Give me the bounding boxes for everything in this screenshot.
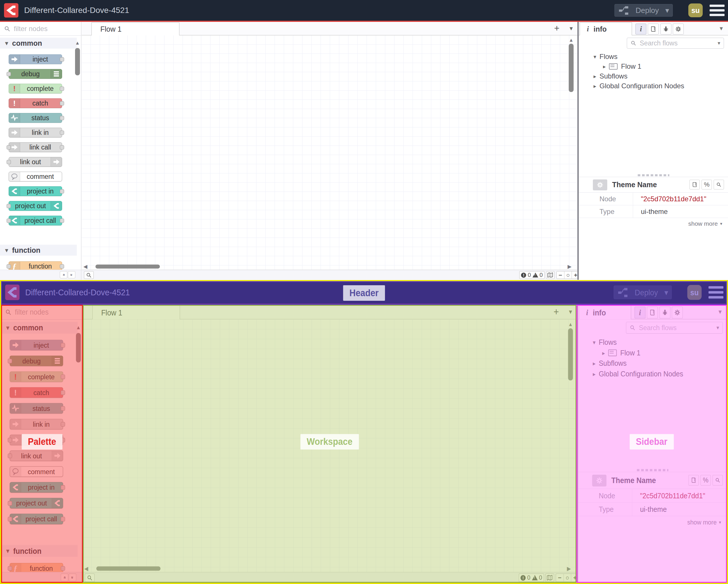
sidebar-config-button[interactable] — [673, 24, 684, 34]
palette-node-debug[interactable]: debug — [9, 69, 62, 79]
palette-node-catch[interactable]: !catch — [9, 98, 62, 108]
collapse-all-button[interactable]: » — [60, 271, 67, 278]
panel-drag-handle[interactable] — [638, 174, 669, 176]
deploy-label: Deploy — [631, 6, 663, 15]
search-icon — [4, 26, 10, 32]
node-label: debug — [10, 69, 51, 78]
tree-item-subflows[interactable]: ▸Subflows — [579, 71, 728, 81]
app-title: Different-Collared-Dove-4521 — [24, 0, 129, 21]
tree-item-flow-1[interactable]: ▸Flow 1 — [579, 61, 728, 71]
node-label: complete — [20, 84, 61, 93]
node-port[interactable] — [60, 86, 64, 91]
info-icon: i — [640, 25, 642, 33]
palette-node-complete[interactable]: !complete — [9, 84, 62, 94]
node-port[interactable] — [60, 219, 64, 223]
tree-item-flows[interactable]: ▾Flows — [579, 52, 728, 61]
palette-node-project-out[interactable]: project out — [9, 201, 62, 211]
node-port[interactable] — [7, 72, 11, 76]
palette-filter-input[interactable] — [13, 24, 60, 33]
scrollbar-thumb[interactable] — [569, 44, 574, 92]
workspace-vscrollbar[interactable]: ▲ — [569, 37, 574, 43]
tree-item-global-configuration-nodes[interactable]: ▸Global Configuration Nodes — [579, 81, 728, 91]
main-menu-icon[interactable] — [710, 5, 725, 16]
palette-node-function[interactable]: ƒfunction — [9, 261, 62, 270]
node-port[interactable] — [60, 57, 64, 61]
node-search-button[interactable] — [713, 180, 724, 189]
scroll-up-icon[interactable]: ▲ — [569, 37, 574, 43]
config-node-gear-button[interactable] — [593, 179, 607, 191]
scroll-right-icon[interactable]: ▶ — [568, 263, 572, 270]
zoom-reset-button[interactable]: ○ — [564, 272, 572, 279]
node-port[interactable] — [7, 204, 11, 208]
tab-flow-1[interactable]: Flow 1 — [92, 22, 179, 35]
exclamation-icon: ! — [13, 99, 16, 108]
inject-arrow-icon — [11, 129, 18, 136]
workspace-hscrollbar[interactable]: ◀ ▶ — [82, 264, 577, 269]
chevron-down-icon[interactable]: ▾ — [590, 53, 599, 60]
palette-node-project-in[interactable]: project in — [9, 186, 62, 196]
palette-node-link-call[interactable]: link call — [9, 142, 62, 152]
node-port[interactable] — [60, 145, 64, 150]
tree-item-label: Subflows — [599, 72, 627, 80]
user-avatar[interactable]: su — [688, 3, 703, 17]
palette-node-link-out[interactable]: link out — [9, 157, 62, 167]
palette-node-status[interactable]: status — [9, 113, 62, 123]
sidebar-info-button[interactable]: i — [635, 24, 646, 34]
workspace-grid[interactable] — [82, 35, 577, 270]
node-help-button[interactable] — [690, 180, 700, 189]
deploy-options-chevron-icon[interactable]: ▾ — [665, 6, 669, 15]
palette-category-common[interactable]: ▾common — [0, 38, 77, 49]
node-port[interactable] — [60, 116, 64, 120]
chevron-down-icon[interactable]: ▾ — [718, 40, 720, 46]
chevron-down-icon: ▾ — [720, 221, 722, 226]
sidebar-help-button[interactable] — [648, 24, 659, 34]
scroll-left-icon[interactable]: ◀ — [83, 263, 87, 270]
palette-node-link-in[interactable]: link in — [9, 128, 62, 137]
inject-arrow-icon — [11, 144, 18, 151]
sidebar-menu-chevron-icon[interactable]: ▾ — [720, 25, 723, 32]
node-port[interactable] — [60, 264, 64, 269]
node-port[interactable] — [7, 160, 11, 164]
expand-all-button[interactable]: » — [68, 271, 75, 278]
sidebar-debug-button[interactable] — [660, 24, 671, 34]
palette-node-comment[interactable]: comment — [9, 172, 62, 181]
category-label: function — [12, 246, 41, 254]
scroll-up-icon[interactable]: ▲ — [75, 40, 80, 46]
info-icon: i — [587, 25, 589, 33]
node-port[interactable] — [7, 219, 11, 223]
chevron-right-icon[interactable]: ▸ — [590, 83, 599, 90]
node-port[interactable] — [7, 145, 11, 150]
chevron-right-icon[interactable]: ▸ — [590, 73, 599, 80]
show-more-link[interactable]: show more ▾ — [688, 220, 722, 227]
node-port[interactable] — [60, 101, 64, 105]
tab-info[interactable]: i info — [580, 22, 632, 35]
node-port[interactable] — [60, 189, 64, 194]
property-key: Node — [579, 195, 633, 203]
node-label: link out — [10, 157, 51, 167]
tree-item-label: Flow 1 — [621, 62, 642, 71]
palette-category-function[interactable]: ▾function — [0, 245, 77, 256]
palette-node-project-call[interactable]: project call — [9, 215, 62, 225]
annotated-copy-frame: Different-Collared-Dove-4521 Deploy ▾ su… — [0, 280, 728, 584]
sidebar: i info i ▾ ▾ — [579, 22, 728, 280]
table-row: Node "2c5d702b11de7dd1" — [579, 193, 728, 205]
node-port[interactable] — [7, 264, 11, 269]
search-flows-box: ▾ — [627, 38, 724, 49]
search-flows-input[interactable] — [639, 39, 715, 47]
tree-item-label: Global Configuration Nodes — [599, 82, 684, 90]
palette-scrollbar[interactable]: ▲ — [75, 40, 80, 46]
status-badge[interactable]: ! 0 ! 0 — [519, 271, 545, 279]
zoom-out-button[interactable]: − — [557, 272, 564, 279]
scrollbar-thumb[interactable] — [75, 48, 80, 75]
navigator-map-button[interactable] — [546, 271, 555, 279]
deploy-button[interactable]: Deploy ▾ — [615, 4, 673, 17]
node-link-button[interactable]: % — [702, 180, 712, 189]
node-label: link in — [20, 128, 61, 137]
add-flow-button[interactable]: + — [554, 23, 560, 34]
tab-list-chevron-icon[interactable]: ▾ — [570, 25, 573, 32]
node-port[interactable] — [60, 130, 64, 135]
scrollbar-thumb[interactable] — [96, 264, 160, 269]
search-flows-button[interactable] — [84, 271, 94, 279]
palette-node-inject[interactable]: inject — [9, 54, 62, 64]
chevron-right-icon[interactable]: ▸ — [600, 63, 609, 70]
